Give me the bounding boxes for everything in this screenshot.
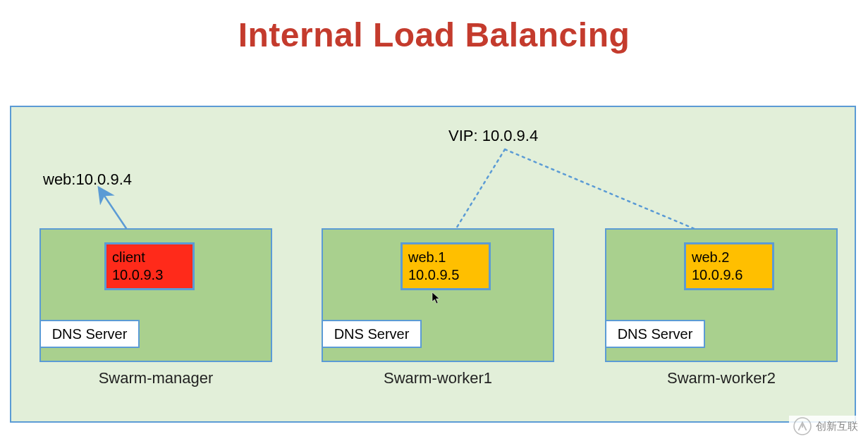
service-name: web.1 — [408, 249, 483, 266]
web2-service-box: web.2 10.0.9.6 — [684, 242, 774, 290]
vip-label: VIP: 10.0.9.4 — [448, 127, 538, 145]
watermark: 创新互联 — [789, 416, 862, 437]
swarm-cluster-box: web:10.0.9.4 VIP: 10.0.9.4 client 10.0.9… — [10, 106, 856, 423]
swarm-worker2-node: web.2 10.0.9.6 DNS Server — [605, 228, 838, 362]
swarm-manager-caption: Swarm-manager — [39, 369, 272, 387]
service-ip: 10.0.9.5 — [408, 266, 483, 284]
swarm-worker1-caption: Swarm-worker1 — [322, 369, 554, 387]
client-service-box: client 10.0.9.3 — [104, 242, 195, 290]
service-name: client — [112, 249, 187, 266]
web-dns-label: web:10.0.9.4 — [43, 170, 132, 189]
svg-line-2 — [505, 149, 723, 241]
service-ip: 10.0.9.6 — [692, 266, 766, 284]
service-name: web.2 — [692, 249, 766, 266]
diagram-title: Internal Load Balancing — [0, 15, 868, 54]
web1-service-box: web.1 10.0.9.5 — [401, 242, 491, 290]
swarm-worker2-caption: Swarm-worker2 — [605, 369, 838, 387]
watermark-logo-icon — [793, 417, 812, 435]
dns-server-box: DNS Server — [605, 320, 705, 348]
watermark-text: 创新互联 — [816, 420, 858, 433]
dns-server-box: DNS Server — [39, 320, 140, 348]
service-ip: 10.0.9.3 — [112, 266, 187, 284]
cursor-icon — [432, 292, 441, 307]
dns-server-box: DNS Server — [322, 320, 422, 348]
svg-line-1 — [448, 149, 505, 241]
swarm-manager-node: client 10.0.9.3 DNS Server — [39, 228, 272, 362]
